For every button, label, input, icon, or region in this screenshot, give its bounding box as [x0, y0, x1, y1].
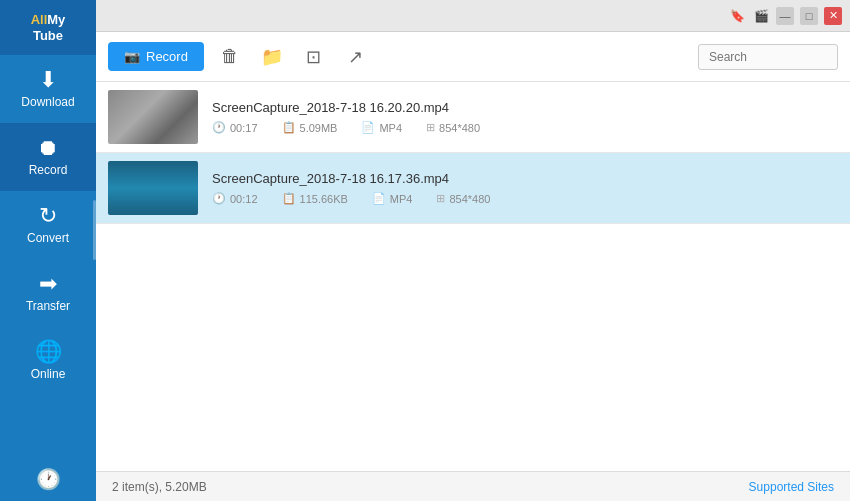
- crop-button[interactable]: ⊡: [298, 41, 330, 73]
- convert-icon: ↻: [39, 205, 57, 227]
- duration-value: 00:12: [230, 193, 258, 205]
- online-icon: 🌐: [35, 341, 62, 363]
- maximize-button[interactable]: □: [800, 7, 818, 25]
- file-info: ScreenCapture_2018-7-18 16.17.36.mp4 🕐 0…: [212, 171, 838, 205]
- clock-meta-icon: 🕐: [212, 192, 226, 205]
- app-logo: AllMyTube: [0, 0, 96, 55]
- format-meta: 📄 MP4: [361, 121, 402, 134]
- file-info: ScreenCapture_2018-7-18 16.20.20.mp4 🕐 0…: [212, 100, 838, 134]
- file-list: ScreenCapture_2018-7-18 16.20.20.mp4 🕐 0…: [96, 82, 850, 471]
- format-meta-icon: 📄: [361, 121, 375, 134]
- clock-meta-icon: 🕐: [212, 121, 226, 134]
- sidebar-item-record[interactable]: ⏺ Record: [0, 123, 96, 191]
- close-button[interactable]: ✕: [824, 7, 842, 25]
- thumbnail-image: [108, 90, 198, 144]
- size-value: 5.09MB: [300, 122, 338, 134]
- format-value: MP4: [390, 193, 413, 205]
- titlebar-icon-2[interactable]: 🎬: [752, 7, 770, 25]
- sidebar-bottom: 🕐: [36, 467, 61, 501]
- resolution-meta: ⊞ 854*480: [426, 121, 480, 134]
- size-meta-icon: 📋: [282, 192, 296, 205]
- sidebar-item-transfer[interactable]: ➡ Transfer: [0, 259, 96, 327]
- size-meta-icon: 📋: [282, 121, 296, 134]
- sidebar-item-record-label: Record: [29, 163, 68, 177]
- record-button[interactable]: 📷 Record: [108, 42, 204, 71]
- transfer-icon: ➡: [39, 273, 57, 295]
- size-value: 115.66KB: [300, 193, 348, 205]
- record-icon: ⏺: [37, 137, 59, 159]
- resolution-meta-icon: ⊞: [436, 192, 445, 205]
- duration-meta: 🕐 00:17: [212, 121, 258, 134]
- minimize-button[interactable]: —: [776, 7, 794, 25]
- titlebar-icon-1[interactable]: 🔖: [728, 7, 746, 25]
- title-bar: 🔖 🎬 — □ ✕: [96, 0, 850, 32]
- search-input[interactable]: [698, 44, 838, 70]
- delete-button[interactable]: 🗑: [214, 41, 246, 73]
- thumbnail-image: [108, 161, 198, 215]
- table-row[interactable]: ScreenCapture_2018-7-18 16.17.36.mp4 🕐 0…: [96, 153, 850, 224]
- sidebar-item-online-label: Online: [31, 367, 66, 381]
- sidebar-item-download-label: Download: [21, 95, 74, 109]
- sidebar-item-transfer-label: Transfer: [26, 299, 70, 313]
- sidebar-item-convert[interactable]: ↻ Convert: [0, 191, 96, 259]
- resolution-meta-icon: ⊞: [426, 121, 435, 134]
- resolution-value: 854*480: [449, 193, 490, 205]
- sidebar-item-download[interactable]: ⬇ Download: [0, 55, 96, 123]
- resolution-meta: ⊞ 854*480: [436, 192, 490, 205]
- file-thumbnail: [108, 90, 198, 144]
- resolution-value: 854*480: [439, 122, 480, 134]
- size-meta: 📋 5.09MB: [282, 121, 338, 134]
- sidebar: AllMyTube ⬇ Download ⏺ Record ↻ Convert …: [0, 0, 96, 501]
- format-meta-icon: 📄: [372, 192, 386, 205]
- status-info: 2 item(s), 5.20MB: [112, 480, 207, 494]
- table-row[interactable]: ScreenCapture_2018-7-18 16.20.20.mp4 🕐 0…: [96, 82, 850, 153]
- status-bar: 2 item(s), 5.20MB Supported Sites: [96, 471, 850, 501]
- download-icon: ⬇: [39, 69, 57, 91]
- file-name: ScreenCapture_2018-7-18 16.17.36.mp4: [212, 171, 838, 186]
- sidebar-nav: ⬇ Download ⏺ Record ↻ Convert ➡ Transfer…: [0, 55, 96, 467]
- file-thumbnail: [108, 161, 198, 215]
- file-meta: 🕐 00:12 📋 115.66KB 📄 MP4 ⊞ 854*480: [212, 192, 838, 205]
- duration-meta: 🕐 00:12: [212, 192, 258, 205]
- scroll-indicator: [93, 200, 96, 260]
- export-button[interactable]: ↗: [340, 41, 372, 73]
- clock-icon: 🕐: [36, 467, 61, 491]
- sidebar-item-convert-label: Convert: [27, 231, 69, 245]
- format-meta: 📄 MP4: [372, 192, 413, 205]
- record-camera-icon: 📷: [124, 49, 140, 64]
- main-panel: 🔖 🎬 — □ ✕ 📷 Record 🗑 📁 ⊡ ↗ ScreenCapture…: [96, 0, 850, 501]
- format-value: MP4: [379, 122, 402, 134]
- sidebar-item-online[interactable]: 🌐 Online: [0, 327, 96, 395]
- folder-button[interactable]: 📁: [256, 41, 288, 73]
- size-meta: 📋 115.66KB: [282, 192, 348, 205]
- record-button-label: Record: [146, 49, 188, 64]
- logo-text: AllMyTube: [31, 12, 66, 43]
- toolbar: 📷 Record 🗑 📁 ⊡ ↗: [96, 32, 850, 82]
- supported-sites-link[interactable]: Supported Sites: [749, 480, 834, 494]
- duration-value: 00:17: [230, 122, 258, 134]
- file-name: ScreenCapture_2018-7-18 16.20.20.mp4: [212, 100, 838, 115]
- file-meta: 🕐 00:17 📋 5.09MB 📄 MP4 ⊞ 854*480: [212, 121, 838, 134]
